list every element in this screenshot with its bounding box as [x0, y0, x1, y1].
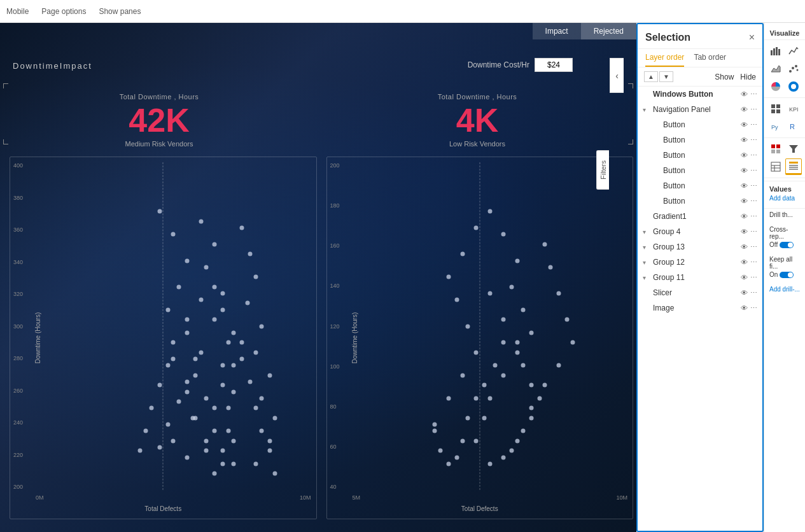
visibility-icon-button-6[interactable]: 👁 — [741, 197, 748, 205]
viz-icon-kpi[interactable]: KPI — [785, 101, 802, 117]
toggle-on-2[interactable] — [780, 272, 794, 278]
more-icon-button-5[interactable]: ⋯ — [750, 182, 757, 190]
expand-icon-group11[interactable]: ▾ — [643, 274, 650, 281]
list-item-button-5[interactable]: Button👁⋯ — [638, 178, 762, 193]
visibility-icon-group13[interactable]: 👁 — [741, 243, 748, 251]
scatter-dot — [144, 429, 148, 433]
scatter-dot — [248, 380, 253, 384]
visibility-icon-button-3[interactable]: 👁 — [741, 151, 748, 159]
expand-icon-group4[interactable]: ▾ — [643, 228, 650, 235]
add-data-button[interactable]: Add data — [769, 195, 800, 202]
expand-icon-navigation-panel[interactable]: ▾ — [643, 106, 650, 113]
filters-label: Filters — [599, 160, 607, 179]
list-item-slicer[interactable]: Slicer👁⋯ — [638, 285, 762, 300]
tab-tab-order[interactable]: Tab order — [694, 49, 726, 67]
viz-icon-py[interactable]: Py — [767, 118, 784, 135]
viz-icon-pie[interactable] — [767, 78, 784, 95]
visibility-icon-windows-button[interactable]: 👁 — [741, 90, 748, 98]
scatter-dot — [185, 330, 189, 335]
viz-icon-matrix[interactable] — [767, 101, 784, 117]
viz-icon-bar[interactable] — [767, 43, 784, 59]
visibility-icon-image[interactable]: 👁 — [741, 304, 748, 312]
tab-impact[interactable]: Impact — [533, 23, 581, 39]
toggle-on[interactable] — [780, 242, 794, 248]
tab-show-panes[interactable]: Show panes — [99, 7, 141, 16]
visibility-icon-button-1[interactable]: 👁 — [741, 121, 748, 129]
more-icon-group12[interactable]: ⋯ — [750, 258, 757, 267]
list-item-button-2[interactable]: Button👁⋯ — [638, 132, 762, 148]
expand-icon-group13[interactable]: ▾ — [643, 244, 650, 251]
viz-icon-red-x[interactable] — [767, 141, 784, 157]
more-icon-group11[interactable]: ⋯ — [750, 274, 757, 282]
cost-field[interactable] — [535, 58, 573, 72]
viz-icon-area[interactable] — [767, 60, 784, 77]
tab-page-options[interactable]: Page options — [41, 7, 86, 16]
scatter-dot — [226, 429, 230, 433]
panel-close-button[interactable]: × — [749, 32, 755, 43]
tab-rejected[interactable]: Rejected — [581, 23, 636, 39]
list-item-image[interactable]: Image👁⋯ — [638, 300, 762, 316]
more-icon-gradient1[interactable]: ⋯ — [750, 213, 757, 221]
visibility-icon-slicer[interactable]: 👁 — [741, 289, 748, 297]
scatter-dot — [157, 209, 162, 214]
expand-icon-group12[interactable]: ▾ — [643, 259, 650, 266]
viz-icon-r[interactable]: R — [785, 118, 802, 135]
scatter-dot — [204, 438, 209, 443]
list-item-windows-button[interactable]: Windows Button👁⋯ — [638, 87, 762, 102]
scatter-dot — [438, 449, 442, 453]
scatter-dot — [474, 438, 479, 443]
more-icon-slicer[interactable]: ⋯ — [750, 289, 757, 297]
filters-tab[interactable]: Filters — [596, 150, 609, 190]
list-item-button-3[interactable]: Button👁⋯ — [638, 148, 762, 163]
list-item-button-1[interactable]: Button👁⋯ — [638, 117, 762, 132]
visibility-icon-group4[interactable]: 👁 — [741, 228, 748, 235]
list-item-group13[interactable]: ▾Group 13👁⋯ — [638, 239, 762, 255]
arrow-up-button[interactable]: ▲ — [644, 71, 658, 82]
more-icon-navigation-panel[interactable]: ⋯ — [750, 106, 757, 114]
visibility-icon-button-5[interactable]: 👁 — [741, 182, 748, 190]
more-icon-group4[interactable]: ⋯ — [750, 228, 757, 236]
viz-icon-grid-active[interactable] — [785, 158, 802, 175]
scatter-dot — [501, 318, 506, 322]
more-icon-image[interactable]: ⋯ — [750, 304, 757, 312]
list-item-group12[interactable]: ▾Group 12👁⋯ — [638, 255, 762, 270]
visibility-icon-gradient1[interactable]: 👁 — [741, 213, 748, 220]
viz-icon-scatter[interactable] — [785, 60, 802, 77]
viz-icon-line[interactable] — [785, 43, 802, 59]
y-tick: 100 — [330, 363, 340, 370]
viz-icon-donut[interactable] — [785, 78, 802, 95]
scatter-dot — [221, 363, 225, 368]
viz-icon-funnel[interactable] — [785, 141, 802, 157]
show-all-button[interactable]: Show — [715, 73, 734, 81]
more-icon-button-1[interactable]: ⋯ — [750, 121, 757, 129]
arrow-down-button[interactable]: ▼ — [659, 71, 673, 82]
tab-layer-order[interactable]: Layer order — [645, 49, 684, 67]
more-icon-group13[interactable]: ⋯ — [750, 243, 757, 251]
scatter-dot — [240, 357, 244, 361]
visibility-icon-navigation-panel[interactable]: 👁 — [741, 106, 748, 113]
item-actions-group12: 👁⋯ — [741, 258, 757, 267]
chart2-x-axis: 5M 10M — [353, 494, 628, 501]
visibility-icon-group11[interactable]: 👁 — [741, 274, 748, 281]
hide-all-button[interactable]: Hide — [740, 73, 756, 81]
more-icon-button-3[interactable]: ⋯ — [750, 151, 757, 160]
list-item-group4[interactable]: ▾Group 4👁⋯ — [638, 224, 762, 239]
panel-list: Windows Button👁⋯▾Navigation Panel👁⋯Butto… — [638, 87, 762, 316]
viz-icon-table2[interactable] — [767, 158, 784, 175]
more-icon-button-2[interactable]: ⋯ — [750, 136, 757, 144]
list-item-gradient1[interactable]: Gradient1👁⋯ — [638, 209, 762, 224]
list-item-navigation-panel[interactable]: ▾Navigation Panel👁⋯ — [638, 102, 762, 117]
list-item-button-4[interactable]: Button👁⋯ — [638, 163, 762, 178]
visibility-icon-button-2[interactable]: 👁 — [741, 136, 748, 144]
tab-mobile[interactable]: Mobile — [6, 7, 29, 16]
list-item-group11[interactable]: ▾Group 11👁⋯ — [638, 270, 762, 285]
visibility-icon-button-4[interactable]: 👁 — [741, 167, 748, 174]
visibility-icon-group12[interactable]: 👁 — [741, 258, 748, 266]
item-actions-button-2: 👁⋯ — [741, 136, 757, 144]
collapse-button[interactable]: ‹ — [610, 58, 624, 93]
list-item-button-6[interactable]: Button👁⋯ — [638, 193, 762, 209]
more-icon-windows-button[interactable]: ⋯ — [750, 90, 757, 99]
more-icon-button-4[interactable]: ⋯ — [750, 167, 757, 175]
more-icon-button-6[interactable]: ⋯ — [750, 197, 757, 206]
add-drill-button[interactable]: Add drill-... — [764, 283, 805, 295]
